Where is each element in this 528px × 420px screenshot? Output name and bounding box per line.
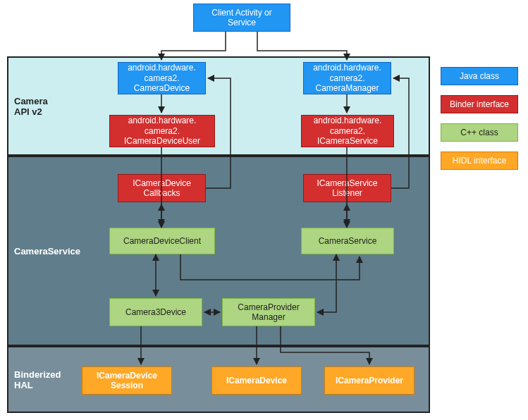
node-icamera-device-hidl: ICameraDevice bbox=[211, 366, 302, 395]
legend: Java class Binder interface C++ class HI… bbox=[441, 67, 518, 180]
architecture-diagram: Camera API v2 CameraService Binderized H… bbox=[0, 0, 528, 420]
legend-java: Java class bbox=[441, 67, 518, 85]
legend-hidl: HIDL interface bbox=[441, 152, 518, 170]
layer-label-svc: CameraService bbox=[14, 246, 80, 257]
node-icamera-device-session: ICameraDevice Session bbox=[82, 366, 172, 395]
node-camera-manager: android.hardware. camera2. CameraManager bbox=[303, 62, 391, 94]
node-camera-provider-manager: CameraProvider Manager bbox=[222, 298, 315, 326]
legend-cpp: C++ class bbox=[441, 123, 518, 142]
node-icamera-service: android.hardware. camera2. ICameraServic… bbox=[301, 115, 394, 147]
node-icamera-service-listener: ICameraService Listener bbox=[303, 174, 391, 202]
layer-label-api: Camera API v2 bbox=[14, 96, 48, 117]
node-icamera-provider: ICameraProvider bbox=[324, 366, 415, 395]
node-icamera-device-user: android.hardware. camera2. ICameraDevice… bbox=[109, 115, 215, 147]
node-camera-device-client: CameraDeviceClient bbox=[109, 228, 215, 254]
layer-label-hal: Binderized HAL bbox=[14, 369, 61, 390]
legend-binder: Binder interface bbox=[441, 95, 518, 113]
node-client-activity: Client Activity or Service bbox=[193, 4, 290, 32]
node-camera-service: CameraService bbox=[301, 228, 394, 254]
node-icamera-device-callbacks: ICameraDevice Callbacks bbox=[118, 174, 206, 202]
node-camera-device: android.hardware. camera2. CameraDevice bbox=[118, 62, 206, 94]
node-camera3-device: Camera3Device bbox=[109, 298, 202, 326]
